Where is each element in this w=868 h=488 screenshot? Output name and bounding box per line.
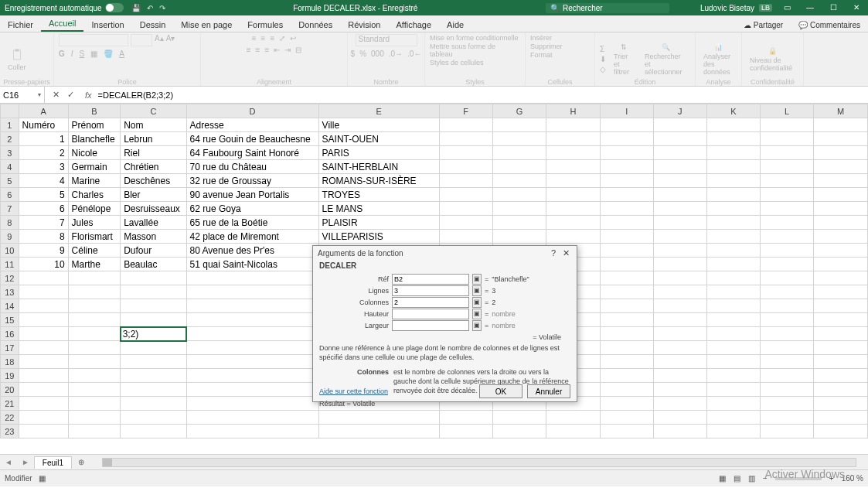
range-picker-icon-1[interactable]: ▣	[472, 285, 482, 296]
cell-A21[interactable]	[19, 397, 68, 411]
cell-D5[interactable]: 32 rue de Groussay	[186, 174, 318, 188]
cell-J17[interactable]	[653, 341, 706, 355]
cell-I18[interactable]	[600, 355, 653, 369]
cell-C18[interactable]	[121, 355, 186, 369]
cell-A10[interactable]: 9	[19, 244, 68, 258]
cell-D7[interactable]: 62 rue Goya	[186, 202, 318, 216]
cell-K2[interactable]	[706, 132, 760, 146]
row-header-17[interactable]: 17	[1, 341, 19, 355]
tab-aide[interactable]: Aide	[439, 18, 471, 32]
formula-input[interactable]: =DECALER(B2;3;2)	[95, 90, 868, 100]
name-box[interactable]: C16 ▾	[0, 87, 45, 103]
maximize-icon[interactable]: ☐	[822, 0, 845, 15]
cell-A1[interactable]: Numéro	[19, 118, 68, 132]
fill-icon[interactable]: ⬇	[600, 55, 606, 63]
analyze-data-button[interactable]: 📊Analyser des données	[700, 42, 737, 77]
autosum-icon[interactable]: Σ	[600, 45, 606, 53]
range-picker-icon-3[interactable]: ▣	[472, 309, 482, 319]
cell-A7[interactable]: 6	[19, 202, 68, 216]
cell-I10[interactable]	[600, 244, 653, 258]
range-picker-icon-4[interactable]: ▣	[472, 320, 482, 331]
cell-J12[interactable]	[653, 271, 706, 285]
cell-A14[interactable]	[19, 299, 68, 313]
comments-button[interactable]: 💬 Commentaires	[791, 19, 868, 32]
cell-I20[interactable]	[600, 383, 653, 397]
cell-I17[interactable]	[600, 341, 653, 355]
cell-I13[interactable]	[600, 285, 653, 299]
arg-input-3[interactable]	[392, 309, 469, 319]
cell-B15[interactable]	[68, 313, 121, 327]
row-header-7[interactable]: 7	[1, 202, 19, 216]
column-header-F[interactable]: F	[439, 104, 492, 118]
undo-icon[interactable]: ↶	[147, 4, 153, 12]
clear-icon[interactable]: ◇	[600, 65, 606, 73]
cell-A20[interactable]	[19, 383, 68, 397]
cell-C5[interactable]: Deschênes	[121, 174, 186, 188]
cell-C22[interactable]	[121, 411, 186, 425]
increase-font-icon[interactable]: A▴	[155, 34, 164, 46]
fx-icon[interactable]: fx	[82, 90, 95, 100]
row-header-14[interactable]: 14	[1, 299, 19, 313]
align-bottom-icon[interactable]: ≡	[270, 34, 274, 43]
tab-donnees[interactable]: Données	[291, 18, 340, 32]
enter-formula-icon[interactable]: ✓	[67, 90, 74, 100]
cell-F8[interactable]	[439, 216, 492, 230]
row-header-9[interactable]: 9	[1, 230, 19, 244]
autosave-toggle[interactable]	[105, 3, 124, 12]
cell-I6[interactable]	[600, 188, 653, 202]
cell-E4[interactable]: SAINT-HERBLAIN	[318, 160, 439, 174]
cell-A2[interactable]: 1	[19, 132, 68, 146]
font-name-dropdown[interactable]	[59, 34, 128, 46]
row-header-6[interactable]: 6	[1, 188, 19, 202]
cell-H8[interactable]	[546, 216, 600, 230]
cell-D15[interactable]	[186, 313, 318, 327]
cell-A16[interactable]	[19, 327, 68, 341]
cell-J11[interactable]	[653, 258, 706, 271]
cell-B1[interactable]: Prénom	[68, 118, 121, 132]
cell-K19[interactable]	[706, 369, 760, 383]
bold-button[interactable]: G	[59, 49, 65, 58]
cell-K22[interactable]	[706, 411, 760, 425]
cell-B20[interactable]	[68, 383, 121, 397]
cell-A19[interactable]	[19, 369, 68, 383]
cell-B16[interactable]	[68, 327, 121, 341]
cell-K14[interactable]	[706, 299, 760, 313]
cell-I16[interactable]	[600, 327, 653, 341]
cell-L14[interactable]	[761, 299, 814, 313]
cell-J22[interactable]	[653, 411, 706, 425]
cell-M1[interactable]	[814, 118, 868, 132]
cell-F1[interactable]	[439, 118, 492, 132]
row-header-10[interactable]: 10	[1, 244, 19, 258]
cell-K7[interactable]	[706, 202, 760, 216]
cell-A17[interactable]	[19, 341, 68, 355]
row-header-13[interactable]: 13	[1, 285, 19, 299]
cell-K5[interactable]	[706, 174, 760, 188]
cell-K1[interactable]	[706, 118, 760, 132]
row-header-21[interactable]: 21	[1, 397, 19, 411]
cell-M11[interactable]	[814, 258, 868, 271]
cell-D2[interactable]: 64 rue Gouin de Beauchesne	[186, 132, 318, 146]
italic-button[interactable]: I	[71, 49, 73, 58]
cell-B14[interactable]	[68, 299, 121, 313]
row-header-15[interactable]: 15	[1, 313, 19, 327]
cell-K13[interactable]	[706, 285, 760, 299]
cell-G8[interactable]	[492, 216, 546, 230]
cell-G9[interactable]	[492, 230, 546, 244]
tab-insertion[interactable]: Insertion	[83, 18, 131, 32]
cell-J2[interactable]	[653, 132, 706, 146]
row-header-4[interactable]: 4	[1, 160, 19, 174]
font-color-icon[interactable]: A	[119, 49, 124, 58]
select-all-cell[interactable]	[1, 104, 19, 118]
cell-E23[interactable]	[318, 425, 439, 439]
borders-icon[interactable]: ▦	[90, 49, 97, 58]
cell-L1[interactable]	[761, 118, 814, 132]
cell-M18[interactable]	[814, 355, 868, 369]
cell-D21[interactable]	[186, 397, 318, 411]
horizontal-scrollbar[interactable]	[102, 458, 856, 467]
cell-I11[interactable]	[600, 258, 653, 271]
view-break-icon[interactable]: ▥	[748, 474, 755, 483]
column-header-D[interactable]: D	[186, 104, 318, 118]
cell-H7[interactable]	[546, 202, 600, 216]
column-header-C[interactable]: C	[121, 104, 186, 118]
cell-D9[interactable]: 42 place de Miremont	[186, 230, 318, 244]
